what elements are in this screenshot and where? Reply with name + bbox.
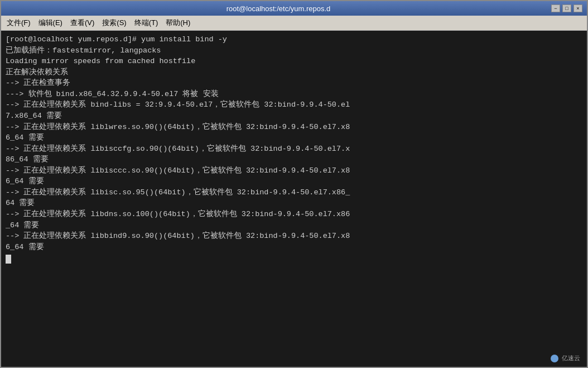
cursor-block (6, 255, 11, 264)
menu-file[interactable]: 文件(F) (3, 17, 34, 29)
minimize-button[interactable]: − (551, 4, 560, 12)
maximize-button[interactable]: □ (562, 4, 571, 12)
menu-bar: 文件(F) 编辑(E) 查看(V) 搜索(S) 终端(T) 帮助(H) (1, 16, 587, 31)
terminal-cursor-line (6, 252, 582, 264)
terminal-window: root@localhost:/etc/yum.repos.d − □ × 文件… (0, 0, 588, 368)
terminal-line: 正在解决依赖关系 (6, 67, 582, 78)
terminal-line: --> 正在检查事务 (6, 78, 582, 89)
window-controls: − □ × (551, 4, 582, 12)
terminal-line: --> 正在处理依赖关系 libisccfg.so.90()(64bit)，它被… (6, 144, 582, 165)
menu-view[interactable]: 查看(V) (67, 17, 98, 29)
cloud-icon (551, 355, 558, 362)
menu-edit[interactable]: 编辑(E) (35, 17, 66, 29)
menu-help[interactable]: 帮助(H) (162, 17, 194, 29)
terminal-line: 已加载插件：fastestmirror, langpacks (6, 45, 582, 56)
watermark-text: 亿速云 (562, 355, 580, 361)
watermark: 亿速云 (551, 354, 580, 362)
terminal-line: --> 正在处理依赖关系 libisccc.so.90()(64bit)，它被软… (6, 165, 582, 187)
window-title: root@localhost:/etc/yum.repos.d (6, 4, 551, 13)
terminal-line: --> 正在处理依赖关系 libdns.so.100()(64bit)，它被软件… (6, 209, 582, 231)
title-bar: root@localhost:/etc/yum.repos.d − □ × (1, 1, 587, 16)
terminal-line: ---> 软件包 bind.x86_64.32.9.9.4-50.el7 将被 … (6, 89, 582, 100)
terminal-output[interactable]: [root@localhost yum.repos.d]# yum instal… (1, 31, 587, 367)
terminal-line: [root@localhost yum.repos.d]# yum instal… (6, 34, 582, 45)
terminal-line: --> 正在处理依赖关系 libisc.so.95()(64bit)，它被软件包… (6, 187, 582, 209)
terminal-line: Loading mirror speeds from cached hostfi… (6, 56, 582, 67)
menu-terminal[interactable]: 终端(T) (131, 17, 162, 29)
terminal-line: --> 正在处理依赖关系 libbind9.so.90()(64bit)，它被软… (6, 231, 582, 252)
terminal-line: --> 正在处理依赖关系 bind-libs = 32:9.9.4-50.el7… (6, 99, 582, 121)
menu-search[interactable]: 搜索(S) (99, 17, 129, 29)
terminal-line: --> 正在处理依赖关系 liblwres.so.90()(64bit)，它被软… (6, 122, 582, 144)
close-button[interactable]: × (573, 4, 582, 12)
